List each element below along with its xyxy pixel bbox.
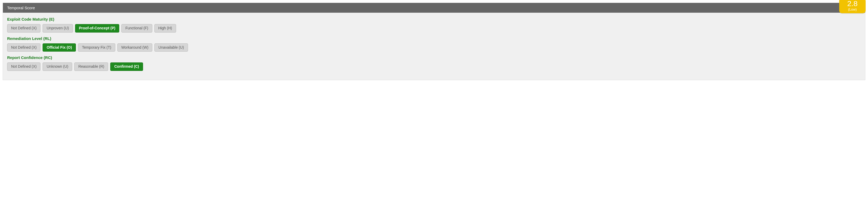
options-row-report-confidence: Not Defined (X)Unknown (U)Reasonable (R)…: [7, 62, 861, 71]
page-root: Temporal Score 2.8 (Low) Exploit Code Ma…: [0, 0, 868, 80]
metric-group-exploit-code-maturity: Exploit Code Maturity (E)Not Defined (X)…: [7, 17, 861, 32]
option-remediation-level-2[interactable]: Temporary Fix (T): [78, 44, 115, 52]
panel-body: Exploit Code Maturity (E)Not Defined (X)…: [3, 13, 865, 80]
score-badge: 2.8 (Low): [839, 0, 866, 13]
option-remediation-level-3[interactable]: Workaround (W): [117, 44, 152, 52]
option-exploit-code-maturity-2[interactable]: Proof-of-Concept (P): [75, 24, 120, 32]
option-remediation-level-4[interactable]: Unavailable (U): [154, 44, 188, 52]
options-row-exploit-code-maturity: Not Defined (X)Unproven (U)Proof-of-Conc…: [7, 24, 861, 32]
options-row-remediation-level: Not Defined (X)Official Fix (O)Temporary…: [7, 44, 861, 52]
option-report-confidence-2[interactable]: Reasonable (R): [74, 62, 108, 71]
option-remediation-level-0[interactable]: Not Defined (X): [7, 44, 40, 52]
temporal-score-panel: Temporal Score 2.8 (Low) Exploit Code Ma…: [3, 3, 865, 80]
option-exploit-code-maturity-4[interactable]: High (H): [154, 24, 176, 32]
option-exploit-code-maturity-1[interactable]: Unproven (U): [42, 24, 73, 32]
score-value: 2.8: [839, 0, 866, 7]
panel-header: Temporal Score 2.8 (Low): [3, 3, 865, 13]
option-report-confidence-3[interactable]: Confirmed (C): [110, 62, 143, 71]
panel-title: Temporal Score: [7, 5, 35, 10]
metric-group-report-confidence: Report Confidence (RC)Not Defined (X)Unk…: [7, 55, 861, 71]
score-severity-label: (Low): [839, 7, 866, 12]
metric-group-remediation-level: Remediation Level (RL)Not Defined (X)Off…: [7, 36, 861, 52]
option-report-confidence-1[interactable]: Unknown (U): [42, 62, 72, 71]
option-exploit-code-maturity-0[interactable]: Not Defined (X): [7, 24, 40, 32]
option-report-confidence-0[interactable]: Not Defined (X): [7, 62, 40, 71]
metric-title-remediation-level: Remediation Level (RL): [7, 36, 861, 41]
metric-title-report-confidence: Report Confidence (RC): [7, 55, 861, 60]
option-remediation-level-1[interactable]: Official Fix (O): [42, 44, 76, 52]
option-exploit-code-maturity-3[interactable]: Functional (F): [121, 24, 152, 32]
metric-title-exploit-code-maturity: Exploit Code Maturity (E): [7, 17, 861, 22]
